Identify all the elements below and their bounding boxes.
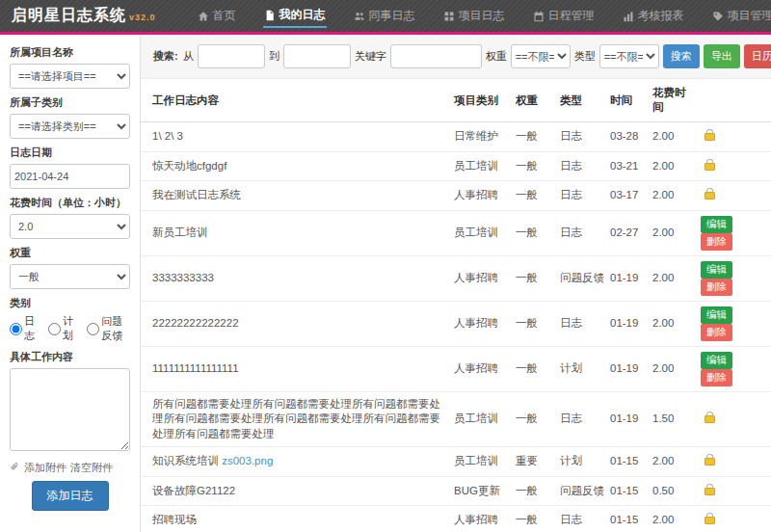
search-type-select[interactable]: ==不限== — [599, 44, 659, 68]
table-header-row: 工作日志内容项目类别权重类型时间花费时间 — [141, 79, 771, 122]
delete-button[interactable]: 删除 — [701, 233, 732, 251]
chart-icon — [623, 11, 634, 22]
log-type: 日志 — [557, 181, 607, 211]
category-radio-group: 日志 计划 问题反馈 — [10, 314, 130, 343]
search-weight-select[interactable]: ==不限== — [511, 44, 571, 68]
column-header-2: 权重 — [513, 79, 557, 122]
log-date-input[interactable] — [10, 164, 130, 189]
table-row: 设备故障G21122 BUG更新 一般 问题反馈 01-15 0.50 — [141, 476, 771, 506]
category-radio-log[interactable]: 日志 — [10, 314, 37, 343]
log-hours: 1.50 — [650, 391, 698, 447]
log-type: 日志 — [557, 122, 607, 152]
delete-button[interactable]: 删除 — [701, 324, 732, 341]
category-radio-plan[interactable]: 计划 — [48, 314, 75, 343]
log-category: BUG更新 — [451, 476, 513, 506]
log-weight: 重要 — [513, 447, 557, 477]
add-attachment-link[interactable]: 添加附件 — [24, 461, 66, 475]
work-content-label: 具体工作内容 — [10, 350, 130, 364]
table-row: 3333333333 人事招聘 一般 问题反馈 01-19 2.00 编辑 删除 — [141, 255, 771, 301]
log-hours: 2.00 — [650, 181, 698, 211]
log-hours: 2.00 — [650, 301, 698, 346]
log-table: 工作日志内容项目类别权重类型时间花费时间 1\ 2\ 3 日常维护 一般 日志 … — [141, 79, 771, 532]
edit-button[interactable]: 编辑 — [701, 306, 732, 324]
log-type: 日志 — [557, 301, 607, 346]
calendar-view-button[interactable]: 日历一览 — [744, 44, 771, 68]
nav-item-my-logs[interactable]: 我的日志 — [263, 4, 327, 28]
project-label: 所属项目名称 — [10, 45, 130, 60]
category-label: 类别 — [10, 296, 130, 310]
lock-icon — [705, 458, 715, 466]
log-list-panel: 搜索: 从 到 关键字 权重 ==不限== 类型 ==不限== 搜索 导出 日历… — [141, 35, 771, 532]
main-nav: 首页 我的日志 同事日志 项目日志 日程管理 考核报表 项目管理 — [197, 4, 771, 28]
project-select[interactable]: ==请选择项目== — [10, 64, 130, 89]
category-radio-input-feedback[interactable] — [87, 323, 99, 335]
log-category: 日常维护 — [451, 122, 513, 152]
log-date: 01-19 — [607, 301, 650, 346]
hours-select[interactable]: 2.0 — [10, 214, 130, 239]
nav-item-home[interactable]: 首页 — [197, 5, 237, 27]
log-content-text: 我在测试日志系统 — [152, 189, 241, 200]
date-to-input[interactable] — [283, 44, 351, 68]
table-row: 我在测试日志系统 人事招聘 一般 日志 03-17 2.00 — [141, 181, 771, 211]
log-attachment-link[interactable]: zs003.png — [222, 455, 273, 466]
log-hours: 2.00 — [650, 346, 698, 391]
log-weight: 一般 — [513, 301, 557, 346]
log-weight: 一般 — [513, 122, 557, 152]
category-radio-input-log[interactable] — [10, 323, 22, 335]
delete-button[interactable]: 删除 — [701, 369, 732, 386]
log-type: 问题反馈 — [557, 476, 607, 506]
nav-item-reports[interactable]: 考核报表 — [622, 5, 685, 27]
from-label: 从 — [183, 49, 194, 64]
subcategory-select[interactable]: ==请选择类别== — [10, 114, 130, 139]
search-toolbar: 搜索: 从 到 关键字 权重 ==不限== 类型 ==不限== 搜索 导出 日历… — [141, 35, 771, 79]
log-date: 01-15 — [607, 447, 650, 477]
tag-icon — [712, 11, 724, 22]
category-radio-feedback[interactable]: 问题反馈 — [87, 314, 130, 343]
edit-button[interactable]: 编辑 — [701, 352, 732, 369]
log-content-text: 设备故障G21122 — [152, 485, 235, 496]
log-hours: 2.00 — [650, 151, 698, 181]
to-label: 到 — [269, 49, 279, 64]
table-row: 惊天动地cfgdgf 员工培训 一般 日志 03-21 2.00 — [141, 151, 771, 181]
export-button[interactable]: 导出 — [704, 44, 740, 68]
nav-item-project-admin[interactable]: 项目管理 — [711, 5, 771, 27]
category-radio-input-plan[interactable] — [48, 323, 61, 335]
log-date: 03-21 — [607, 151, 650, 181]
log-category: 人事招聘 — [451, 506, 513, 532]
log-content-text: 招聘现场 — [152, 514, 197, 525]
weight-select[interactable]: 一般 — [10, 264, 130, 289]
table-row: 所有问题都需要处理所有问题都需要处理所有问题都需要处理所有问题都需要处理所有问题… — [141, 391, 771, 447]
log-date: 01-19 — [607, 255, 650, 301]
log-weight: 一般 — [513, 255, 557, 301]
keyword-label: 关键字 — [355, 49, 386, 64]
log-hours: 2.00 — [650, 122, 698, 152]
keyword-input[interactable] — [390, 44, 482, 68]
nav-item-colleague-logs[interactable]: 同事日志 — [353, 5, 416, 27]
nav-item-project-logs[interactable]: 项目日志 — [442, 5, 506, 27]
log-type: 日志 — [557, 210, 607, 255]
nav-item-schedule[interactable]: 日程管理 — [532, 5, 596, 27]
weight-label: 权重 — [10, 246, 130, 260]
log-date-label: 日志日期 — [10, 146, 130, 160]
work-content-textarea[interactable] — [10, 368, 130, 451]
log-weight: 一般 — [513, 506, 557, 532]
search-button[interactable]: 搜索 — [663, 44, 700, 68]
log-content-text: 所有问题都需要处理所有问题都需要处理所有问题都需要处理所有问题都需要处理所有问题… — [152, 398, 440, 439]
log-hours: 2.00 — [650, 255, 698, 301]
column-header-0: 工作日志内容 — [141, 79, 451, 122]
log-date: 03-28 — [607, 122, 650, 152]
log-content-text: 1\ 2\ 3 — [152, 130, 183, 142]
log-category: 人事招聘 — [451, 301, 513, 346]
column-header-3: 类型 — [557, 79, 607, 122]
clear-attachment-link[interactable]: 清空附件 — [70, 461, 113, 475]
app-window: 启明星日志系统v32.0 首页 我的日志 同事日志 项目日志 日程管理 考核报表… — [0, 0, 771, 532]
delete-button[interactable]: 删除 — [701, 279, 732, 296]
date-from-input[interactable] — [198, 44, 265, 68]
log-hours: 2.00 — [650, 506, 698, 532]
lock-icon — [705, 517, 715, 524]
home-icon — [198, 11, 209, 22]
edit-button[interactable]: 编辑 — [701, 261, 732, 279]
add-log-button[interactable]: 添加日志 — [32, 481, 109, 511]
edit-button[interactable]: 编辑 — [701, 216, 732, 233]
table-row: 知识系统培训 zs003.png 员工培训 重要 计划 01-15 2.00 — [141, 447, 771, 477]
